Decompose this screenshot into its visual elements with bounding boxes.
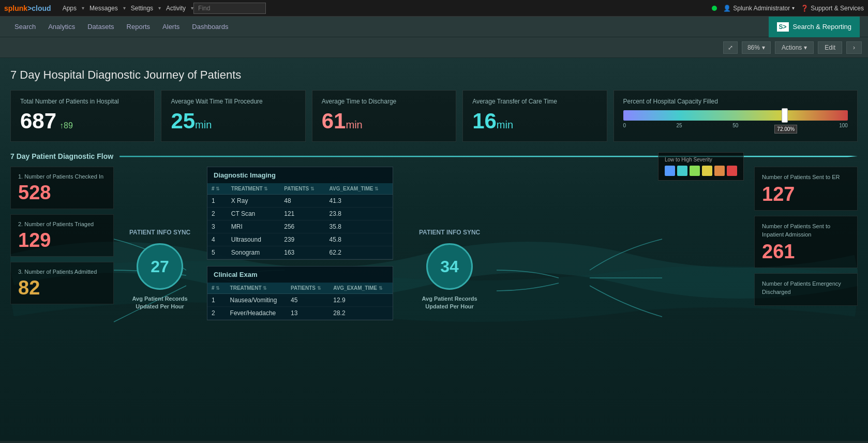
checked-in-value: 528	[18, 183, 106, 202]
sec-search[interactable]: Search	[8, 17, 42, 37]
avg-wait-label: Average Wait Time Till Procedure	[171, 98, 295, 106]
dashboard-main: 7 Day Hospital Diagnostic Journey of Pat…	[0, 58, 868, 441]
clinical-exam-data: # ⇅ TREATMENT ⇅ PATIENTS ⇅ AVG_EXAM_TIME…	[207, 283, 393, 320]
er-value: 127	[762, 184, 850, 204]
discharge-unit: min	[346, 119, 362, 131]
help-icon: ❓	[801, 5, 809, 12]
diagnostic-imaging-title: Diagnostic Imaging	[207, 167, 393, 183]
zoom-arrow: ▾	[762, 44, 765, 51]
right-sync-sublabel: Avg Patient RecordsUpdated Per Hour	[422, 295, 477, 311]
table-row: 4Ultrasound23945.8	[207, 233, 393, 246]
center-tables: Diagnostic Imaging # ⇅ TREATMENT ⇅ PATIE…	[207, 167, 393, 320]
ce-col-patients: PATIENTS ⇅	[287, 283, 329, 294]
clinical-exam-title: Clinical Exam	[207, 267, 393, 283]
zoom-value: 86%	[747, 44, 760, 51]
table-row: 5Sonogram16362.2	[207, 246, 393, 259]
ce-col-treatment: TREATMENT ⇅	[226, 283, 287, 294]
expand-button[interactable]: ⤢	[723, 41, 738, 54]
stat-total-patients: Total Number of Patients in Hospital 687…	[10, 90, 155, 142]
dashboard-toolbar: ⤢ 86% ▾ Actions ▾ Edit ›	[0, 37, 868, 58]
left-sync-title: PATIENT INFO SYNC	[129, 229, 190, 236]
inpatient-label: Number of Patients Sent to Inpatient Adm…	[762, 223, 850, 239]
find-input[interactable]	[193, 3, 266, 14]
nav-activity[interactable]: Activity	[161, 0, 191, 17]
search-reporting-btn[interactable]: S> Search & Reporting	[769, 17, 860, 37]
sec-reports[interactable]: Reports	[121, 17, 157, 37]
stat-transfer: Average Transfer of Care Time 16 min	[462, 90, 607, 142]
capacity-label: Percent of Hospital Capacity Filled	[623, 98, 848, 106]
er-label: Number of Patients Sent to ER	[762, 173, 850, 181]
emergency-discharged-label: Number of Patients Emergency Discharged	[762, 280, 850, 296]
right-sync-circle: 34	[426, 243, 473, 290]
capacity-percent: 72.00%	[774, 125, 797, 134]
ce-col-num: # ⇅	[207, 283, 226, 294]
right-metrics: Number of Patients Sent to ER 127 Number…	[754, 167, 858, 306]
severity-legend-title: Low to High Severity	[665, 157, 737, 163]
actions-button[interactable]: Actions ▾	[775, 41, 814, 54]
metric-emergency-discharged: Number of Patients Emergency Discharged	[754, 273, 858, 306]
flow-section: 7 Day Patient Diagnostic Flow Low to Hig…	[10, 152, 858, 384]
stat-capacity: Percent of Hospital Capacity Filled 72.0…	[613, 90, 858, 142]
admitted-label: 3. Number of Patients Admitted	[18, 269, 106, 275]
left-sync-circle: 27	[137, 243, 183, 290]
total-patients-label: Total Number of Patients in Hospital	[20, 98, 145, 106]
user-icon: 👤	[723, 5, 731, 12]
admin-label: 👤 Splunk Administrator ▾	[723, 5, 795, 12]
di-col-avg-exam: AVG_EXAM_TIME ⇅	[325, 183, 393, 195]
total-patients-sub: ↑89	[59, 121, 73, 130]
admin-arrow: ▾	[792, 5, 795, 11]
sec-analytics[interactable]: Analytics	[42, 17, 81, 37]
capacity-marker	[782, 108, 788, 123]
avg-wait-value: 25	[171, 110, 195, 132]
edit-button[interactable]: Edit	[818, 41, 842, 54]
top-nav: splunk >cloud Apps ▾ Messages ▾ Settings…	[0, 0, 868, 17]
nav-apps[interactable]: Apps	[57, 0, 82, 17]
transfer-unit: min	[497, 119, 513, 131]
zoom-control[interactable]: 86% ▾	[742, 41, 771, 54]
diagnostic-imaging-data: # ⇅ TREATMENT ⇅ PATIENTS ⇅ AVG_EXAM_TIME…	[207, 183, 393, 259]
nav-settings[interactable]: Settings	[126, 0, 158, 17]
metric-admitted: 3. Number of Patients Admitted 82	[10, 262, 114, 304]
stat-avg-wait: Average Wait Time Till Procedure 25 min	[161, 90, 305, 142]
table-row: 1X Ray4841.3	[207, 195, 393, 208]
discharge-label: Average Time to Discharge	[322, 98, 446, 106]
transfer-label: Average Transfer of Care Time	[472, 98, 597, 106]
inpatient-value: 261	[762, 242, 850, 261]
di-col-num: # ⇅	[207, 183, 227, 195]
avg-wait-unit: min	[195, 119, 212, 131]
capacity-tick-labels: 0 25 50 100	[623, 123, 848, 128]
sec-alerts[interactable]: Alerts	[156, 17, 186, 37]
status-indicator	[712, 6, 717, 11]
transfer-value: 16	[472, 110, 497, 132]
left-sync-group: PATIENT INFO SYNC 27 Avg Patient Records…	[129, 229, 190, 311]
triaged-value: 129	[18, 230, 106, 250]
checked-in-label: 1. Number of Patients Checked In	[18, 173, 106, 180]
sec-dashboards[interactable]: Dashboards	[186, 17, 234, 37]
dashboard-title: 7 Day Hospital Diagnostic Journey of Pat…	[10, 68, 858, 82]
nav-messages[interactable]: Messages	[84, 0, 123, 17]
di-col-patients: PATIENTS ⇅	[280, 183, 325, 195]
table-row: 1Nausea/Vomiting4512.9	[207, 294, 393, 307]
capacity-bar-container: 72.00% 0 25 50 100	[623, 110, 848, 128]
logo-splunk: splunk	[4, 4, 27, 12]
flow-container: 1. Number of Patients Checked In 528 2. …	[10, 167, 858, 384]
next-button[interactable]: ›	[846, 41, 862, 54]
di-col-treatment: TREATMENT ⇅	[227, 183, 280, 195]
support-label: ❓ Support & Services	[801, 5, 864, 12]
top-nav-right: 👤 Splunk Administrator ▾ ❓ Support & Ser…	[712, 5, 864, 12]
logo: splunk >cloud	[4, 4, 51, 12]
right-sync-title: PATIENT INFO SYNC	[419, 229, 480, 236]
metric-triaged: 2. Number of Patients Triaged 129	[10, 214, 114, 257]
left-metrics: 1. Number of Patients Checked In 528 2. …	[10, 167, 114, 304]
metric-checked-in: 1. Number of Patients Checked In 528	[10, 167, 114, 209]
sec-datasets[interactable]: Datasets	[81, 17, 120, 37]
right-sync-group: PATIENT INFO SYNC 34 Avg Patient Records…	[419, 229, 480, 311]
stat-cards-row: Total Number of Patients in Hospital 687…	[10, 90, 858, 142]
search-reporting-icon: S>	[777, 22, 789, 32]
diagnostic-imaging-table: Diagnostic Imaging # ⇅ TREATMENT ⇅ PATIE…	[207, 167, 393, 260]
total-patients-value: 687	[20, 110, 56, 132]
secondary-nav: Search Analytics Datasets Reports Alerts…	[0, 17, 868, 37]
table-row: 3MRI25635.8	[207, 220, 393, 233]
left-sync-sublabel: Avg Patient RecordsUpdated Per Hour	[132, 295, 188, 311]
ce-col-avg-exam: AVG_EXAM_TIME ⇅	[329, 283, 393, 294]
